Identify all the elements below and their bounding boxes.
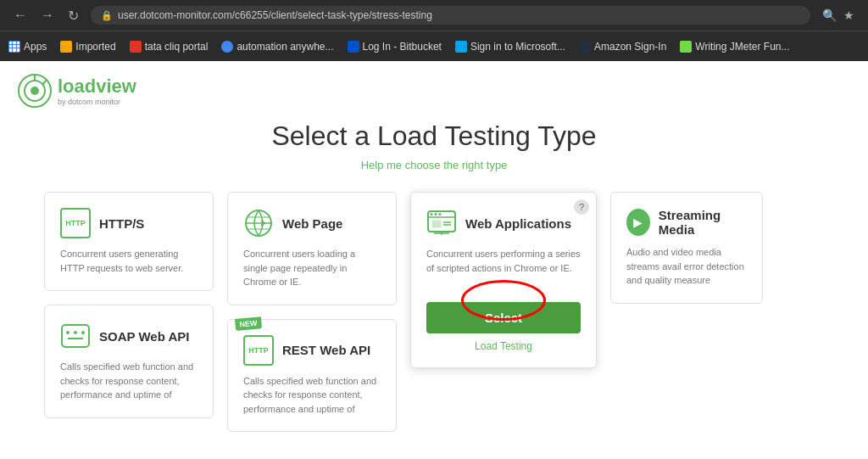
bookmark-google[interactable]: automation anywhe... bbox=[221, 41, 333, 53]
bookmark-apps[interactable]: Apps bbox=[8, 41, 47, 53]
card-streaming[interactable]: ▶ Streaming Media Audio and video media … bbox=[610, 192, 763, 304]
svg-rect-5 bbox=[62, 325, 89, 347]
card-webpage[interactable]: Web Page Concurrent users loading a sing… bbox=[227, 192, 397, 305]
bookmark-imported-label: Imported bbox=[75, 41, 115, 53]
forward-button[interactable]: → bbox=[36, 6, 59, 25]
svg-point-8 bbox=[81, 331, 85, 334]
bookmarks-bar: Apps Imported tata cliq portal automatio… bbox=[0, 31, 868, 61]
search-icon[interactable]: 🔍 bbox=[822, 8, 837, 22]
browser-chrome: ← → ↻ 🔒 user.dotcom-monitor.com/c66255/c… bbox=[0, 0, 868, 61]
card-streaming-title: Streaming Media bbox=[659, 208, 747, 237]
logo-name: loadview bbox=[58, 76, 136, 98]
webpage-icon bbox=[243, 208, 274, 238]
card-soap-title: SOAP Web API bbox=[99, 329, 189, 344]
bookmark-google-label: automation anywhe... bbox=[236, 41, 333, 53]
lock-icon: 🔒 bbox=[101, 10, 113, 21]
new-badge: NEW bbox=[235, 316, 262, 331]
amazon-icon bbox=[579, 41, 591, 53]
card-webapps-header: Web Applications bbox=[426, 208, 581, 238]
card-http[interactable]: HTTP HTTP/S Concurrent users generating … bbox=[44, 192, 214, 291]
bookmark-bitbucket[interactable]: Log In - Bitbucket bbox=[348, 41, 442, 53]
card-http-header: HTTP HTTP/S bbox=[60, 208, 198, 238]
svg-point-18 bbox=[439, 213, 442, 216]
nav-buttons[interactable]: ← → ↻ bbox=[8, 6, 84, 25]
bookmark-amazon[interactable]: Amazon Sign-In bbox=[579, 41, 666, 53]
card-webapps-desc: Concurrent users performing a series of … bbox=[426, 247, 581, 275]
webapps-icon bbox=[426, 208, 457, 238]
card-streaming-header: ▶ Streaming Media bbox=[626, 208, 747, 237]
card-rest-header: HTTP REST Web API bbox=[243, 335, 381, 366]
help-link[interactable]: Help me choose the right type bbox=[361, 159, 508, 171]
bookmark-microsoft-label: Sign in to Microsoft... bbox=[470, 41, 565, 53]
svg-point-7 bbox=[74, 331, 77, 334]
star-icon[interactable]: ★ bbox=[843, 8, 854, 22]
rest-http-icon: HTTP bbox=[243, 335, 274, 366]
card-soap-desc: Calls specified web function and checks … bbox=[60, 360, 198, 402]
card-http-title: HTTP/S bbox=[99, 216, 144, 231]
bookmark-amazon-label: Amazon Sign-In bbox=[594, 41, 666, 53]
load-testing-link[interactable]: Load Testing bbox=[426, 340, 581, 352]
card-soap-header: SOAP Web API bbox=[60, 321, 198, 351]
bitbucket-icon bbox=[348, 41, 359, 53]
svg-line-4 bbox=[42, 80, 47, 85]
main-content: loadview by dotcom monitor Select a Load… bbox=[0, 61, 868, 459]
select-button[interactable]: Select bbox=[426, 302, 581, 333]
bookmark-imported[interactable]: Imported bbox=[60, 41, 115, 53]
loadview-logo-icon bbox=[17, 73, 53, 109]
column-2: Web Page Concurrent users loading a sing… bbox=[227, 192, 397, 432]
column-3: ? bbox=[410, 192, 597, 432]
tata-icon bbox=[130, 41, 142, 53]
card-webapps-title: Web Applications bbox=[465, 216, 571, 231]
card-webpage-title: Web Page bbox=[282, 216, 342, 231]
soap-icon bbox=[60, 321, 91, 351]
url-text: user.dotcom-monitor.com/c66255/client/se… bbox=[118, 9, 432, 21]
svg-point-6 bbox=[66, 331, 70, 334]
page-title: Select a Load Testing Type bbox=[271, 120, 596, 152]
microsoft-icon bbox=[455, 41, 467, 53]
bookmark-upwork[interactable]: Writing JMeter Fun... bbox=[680, 41, 789, 53]
logo-sub: by dotcom monitor bbox=[58, 98, 136, 106]
bookmark-upwork-label: Writing JMeter Fun... bbox=[695, 41, 789, 53]
svg-point-16 bbox=[431, 213, 433, 216]
bookmark-apps-label: Apps bbox=[24, 41, 47, 53]
card-soap[interactable]: SOAP Web API Calls specified web functio… bbox=[44, 305, 214, 418]
card-webpage-header: Web Page bbox=[243, 208, 381, 238]
card-streaming-desc: Audio and video media streams avail erro… bbox=[626, 245, 747, 288]
logo-area: loadview by dotcom monitor bbox=[17, 73, 136, 109]
svg-point-17 bbox=[435, 213, 437, 216]
card-rest-title: REST Web API bbox=[282, 343, 370, 357]
bookmark-bitbucket-label: Log In - Bitbucket bbox=[363, 41, 442, 53]
cards-container: HTTP HTTP/S Concurrent users generating … bbox=[44, 192, 824, 432]
svg-point-2 bbox=[31, 87, 39, 95]
http-icon: HTTP bbox=[60, 208, 91, 238]
card-rest[interactable]: NEW HTTP REST Web API Calls specified we… bbox=[227, 319, 397, 433]
browser-actions[interactable]: 🔍 ★ bbox=[817, 8, 860, 22]
apps-icon bbox=[8, 41, 20, 53]
card-http-desc: Concurrent users generating HTTP request… bbox=[60, 247, 198, 275]
google-icon bbox=[221, 41, 233, 53]
streaming-icon: ▶ bbox=[626, 209, 650, 236]
reload-button[interactable]: ↻ bbox=[63, 6, 84, 25]
upwork-icon bbox=[680, 41, 692, 53]
card-webpage-desc: Concurrent users loading a single page r… bbox=[243, 247, 381, 289]
column-4: ▶ Streaming Media Audio and video media … bbox=[610, 192, 763, 432]
imported-icon bbox=[60, 41, 72, 53]
column-1: HTTP HTTP/S Concurrent users generating … bbox=[44, 192, 214, 432]
logo-text: loadview by dotcom monitor bbox=[58, 76, 136, 106]
address-bar[interactable]: 🔒 user.dotcom-monitor.com/c66255/client/… bbox=[91, 6, 810, 25]
bookmark-tata-label: tata cliq portal bbox=[145, 41, 209, 53]
bookmark-tata[interactable]: tata cliq portal bbox=[130, 41, 209, 53]
back-button[interactable]: ← bbox=[8, 6, 32, 25]
card-webapps[interactable]: ? bbox=[410, 192, 597, 368]
select-btn-container: Select bbox=[426, 288, 581, 333]
svg-rect-19 bbox=[432, 221, 441, 227]
card-rest-desc: Calls specified web function and checks … bbox=[243, 374, 381, 417]
bookmark-microsoft[interactable]: Sign in to Microsoft... bbox=[455, 41, 565, 53]
help-badge[interactable]: ? bbox=[574, 199, 589, 215]
